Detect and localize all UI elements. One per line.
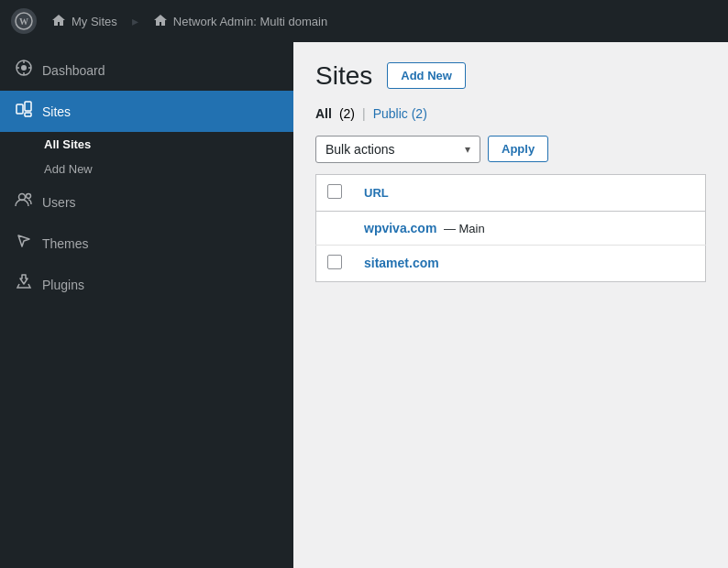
themes-icon [15,232,33,255]
filter-all-label[interactable]: All [315,106,332,121]
row-checkbox-2[interactable] [327,255,342,269]
apply-button[interactable]: Apply [488,136,548,162]
filter-separator: | [362,106,366,121]
table-header-row: URL [316,174,706,211]
table-cell-url-2: sitamet.com [353,245,706,281]
svg-text:W: W [19,16,28,27]
page-header: Sites Add New [315,60,706,92]
nav-separator: ▸ [132,14,138,28]
my-sites-nav[interactable]: My Sites [51,13,117,30]
svg-rect-9 [25,102,31,111]
site-main-label: — Main [440,222,484,235]
bulk-actions-label: Bulk actions [325,142,458,157]
sidebar-plugins-label: Plugins [42,278,84,292]
filter-public-label: Public [373,106,408,121]
all-sites-label: All Sites [44,137,91,151]
main-layout: Dashboard Sites All Sites Add New [0,42,728,568]
sidebar-themes-label: Themes [42,236,89,251]
network-admin-label: Network Admin: Multi domain [173,15,327,28]
sidebar-item-users[interactable]: Users [0,181,293,223]
dashboard-icon [15,59,33,82]
table-cell-url-1: wpviva.com — Main [353,211,706,245]
svg-point-12 [27,194,31,199]
site-url-link-2[interactable]: sitamet.com [364,256,439,270]
sidebar-sites-label: Sites [42,104,71,119]
sidebar-all-sites[interactable]: All Sites [0,132,293,157]
sites-icon [15,100,33,123]
svg-rect-10 [25,113,31,116]
sidebar: Dashboard Sites All Sites Add New [0,42,293,568]
sidebar-item-plugins[interactable]: Plugins [0,264,293,305]
my-sites-label: My Sites [72,15,117,28]
table-cell-checkbox-1 [316,211,354,245]
sidebar-item-dashboard[interactable]: Dashboard [0,49,293,91]
table-row: wpviva.com — Main [316,211,706,245]
filter-public-count: (2) [412,106,427,121]
network-admin-nav[interactable]: Network Admin: Multi domain [153,13,327,30]
svg-point-3 [21,65,27,71]
site-url-link-1[interactable]: wpviva.com [364,221,440,235]
bulk-actions-select[interactable]: Bulk actions ▾ [315,136,480,163]
top-bar: W My Sites ▸ Network Admin: Multi domain [0,0,728,42]
bulk-actions-arrow-icon: ▾ [465,143,470,156]
main-content: Sites Add New All (2) | Public (2) Bulk … [293,42,728,568]
sidebar-add-new[interactable]: Add New [0,157,293,181]
wp-logo[interactable]: W [11,8,37,34]
sidebar-users-label: Users [42,195,76,210]
sidebar-item-themes[interactable]: Themes [0,223,293,264]
page-title: Sites [315,60,372,92]
svg-rect-8 [17,104,23,114]
table-row: sitamet.com [316,245,706,281]
filter-all-count: (2) [339,106,355,121]
filter-public-link[interactable]: Public (2) [373,106,427,121]
table-header-url[interactable]: URL [353,174,706,211]
bulk-actions-bar: Bulk actions ▾ Apply [315,136,706,163]
plugins-icon [15,273,33,296]
sidebar-dashboard-label: Dashboard [42,63,105,78]
table-cell-checkbox-2 [316,245,354,281]
sidebar-item-sites[interactable]: Sites [0,91,293,132]
add-new-button[interactable]: Add New [387,62,466,89]
add-new-sub-label: Add New [44,162,93,176]
my-sites-house-icon [51,13,66,30]
filter-links: All (2) | Public (2) [315,106,706,121]
table-header-checkbox[interactable] [316,174,354,211]
network-admin-house-icon [153,13,168,30]
select-all-checkbox[interactable] [327,184,342,199]
sites-table: URL wpviva.com — Main [315,174,706,282]
users-icon [15,191,33,213]
